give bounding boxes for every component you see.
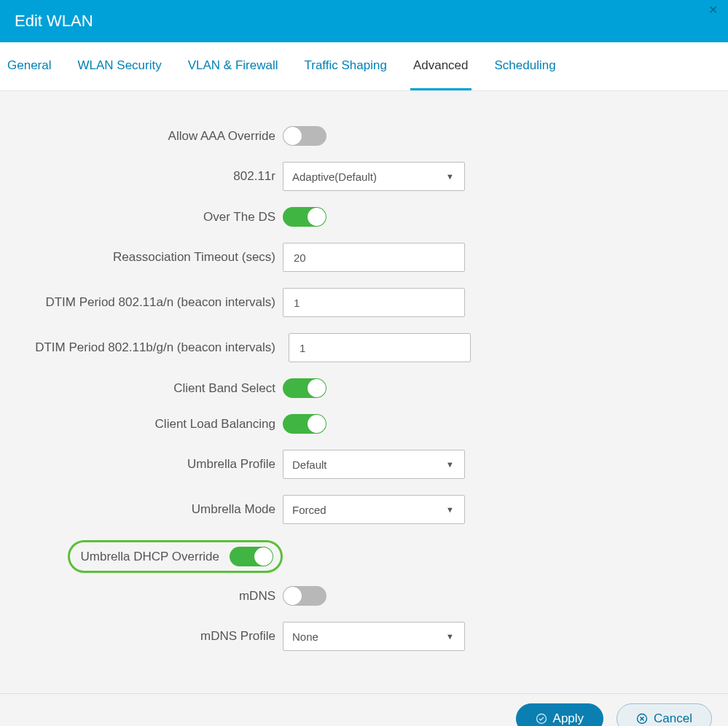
label-umbrella-mode: Umbrella Mode (0, 502, 283, 517)
footer: Apply Cancel (0, 693, 728, 726)
select-mdns-profile[interactable]: None ▼ (283, 622, 465, 651)
cancel-button[interactable]: Cancel (617, 703, 712, 727)
tab-traffic-shaping[interactable]: Traffic Shaping (302, 52, 390, 80)
tab-vlan-firewall[interactable]: VLAN & Firewall (185, 52, 281, 80)
check-circle-icon (536, 713, 547, 725)
label-umbrella-dhcp-override: Umbrella DHCP Override (80, 550, 230, 564)
label-client-load-balancing: Client Load Balancing (0, 417, 283, 432)
label-dtim-a: DTIM Period 802.11a/n (beacon intervals) (0, 295, 283, 310)
label-mdns-profile: mDNS Profile (0, 629, 283, 644)
select-umbrella-profile-value: Default (292, 458, 327, 471)
x-circle-icon (636, 713, 648, 725)
select-80211r[interactable]: Adaptive(Default) ▼ (283, 162, 465, 191)
chevron-down-icon: ▼ (446, 460, 454, 469)
chevron-down-icon: ▼ (446, 505, 454, 514)
toggle-mdns[interactable] (283, 586, 326, 606)
label-umbrella-profile: Umbrella Profile (0, 457, 283, 472)
tab-general[interactable]: General (4, 52, 54, 80)
apply-button[interactable]: Apply (516, 703, 604, 727)
select-80211r-value: Adaptive(Default) (292, 171, 377, 183)
tab-wlan-security[interactable]: WLAN Security (74, 52, 164, 80)
tab-advanced[interactable]: Advanced (410, 52, 471, 80)
input-reassociation-timeout[interactable] (283, 243, 465, 272)
select-mdns-profile-value: None (292, 631, 318, 643)
label-reassociation-timeout: Reassociation Timeout (secs) (0, 250, 283, 265)
form-area: Allow AAA Override 802.11r Adaptive(Defa… (0, 91, 728, 693)
chevron-down-icon: ▼ (446, 632, 454, 641)
cancel-button-label: Cancel (654, 711, 692, 726)
toggle-client-band-select[interactable] (283, 378, 326, 398)
tab-scheduling[interactable]: Scheduling (492, 52, 559, 80)
label-dtim-b: DTIM Period 802.11b/g/n (beacon interval… (0, 340, 283, 355)
select-umbrella-mode[interactable]: Forced ▼ (283, 495, 465, 524)
label-mdns: mDNS (0, 589, 283, 604)
select-umbrella-mode-value: Forced (292, 504, 326, 516)
close-icon[interactable]: ✕ (708, 4, 718, 16)
input-dtim-a[interactable] (283, 288, 465, 317)
tabs: General WLAN Security VLAN & Firewall Tr… (0, 52, 728, 91)
input-dtim-b[interactable] (289, 333, 471, 362)
dialog-header: Edit WLAN ✕ (0, 0, 728, 42)
apply-button-label: Apply (553, 711, 584, 726)
toggle-over-the-ds[interactable] (283, 207, 326, 227)
toggle-client-load-balancing[interactable] (283, 414, 326, 434)
highlight-umbrella-dhcp-override: Umbrella DHCP Override (68, 540, 283, 573)
label-aaa-override: Allow AAA Override (0, 129, 283, 144)
toggle-aaa-override[interactable] (283, 126, 326, 146)
chevron-down-icon: ▼ (446, 172, 454, 181)
label-80211r: 802.11r (0, 169, 283, 184)
label-over-the-ds: Over The DS (0, 210, 283, 225)
dialog-title: Edit WLAN (15, 12, 93, 31)
label-client-band-select: Client Band Select (0, 381, 283, 396)
select-umbrella-profile[interactable]: Default ▼ (283, 450, 465, 479)
toggle-umbrella-dhcp-override[interactable] (230, 547, 273, 566)
